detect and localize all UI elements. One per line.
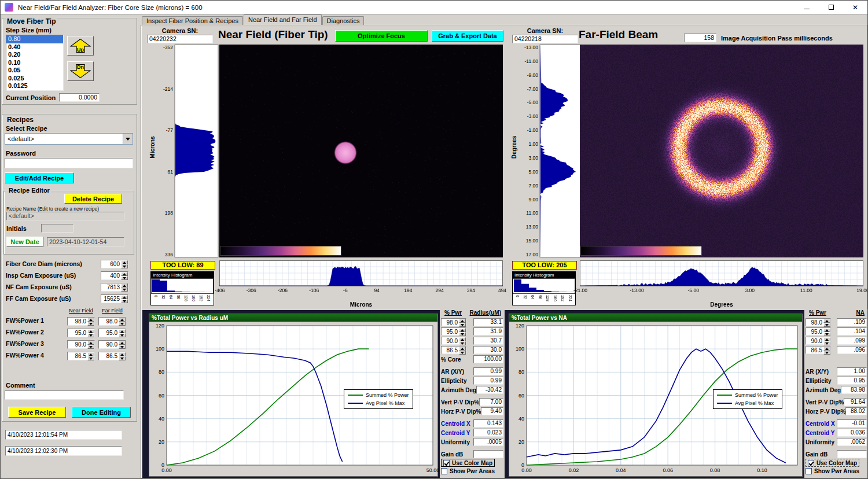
spinner-up-button[interactable] — [121, 260, 128, 264]
spinner-up-button[interactable] — [119, 352, 126, 356]
ff-gain-value — [837, 450, 867, 458]
delete-recipe-button[interactable]: Delete Recipe — [64, 194, 122, 204]
ff-cam-exposure-spinner[interactable]: 15625 — [101, 294, 128, 303]
spinner-down-button[interactable] — [87, 322, 94, 326]
nf-camera-sn-input[interactable]: 04220232 — [147, 35, 213, 43]
spinner-down-button[interactable] — [459, 351, 466, 355]
spinner-up-button[interactable] — [87, 318, 94, 322]
fiber-core-diam-label: Fiber Core Diam (microns) — [6, 260, 82, 267]
spinner-down-button[interactable] — [87, 356, 94, 360]
step-size-listbox[interactable]: 0.80 0.40 0.20 0.10 0.05 0.025 0.0125 — [6, 35, 64, 91]
fw1-far-spinner[interactable]: 98.0 — [98, 317, 126, 326]
spinner-down-button[interactable] — [119, 322, 126, 326]
nf-cam-exposure-spinner[interactable]: 7813 — [101, 283, 128, 292]
spinner-up-button[interactable] — [459, 347, 466, 351]
spinner-down-button[interactable] — [121, 264, 128, 268]
spinner-down-button[interactable] — [459, 341, 466, 345]
fw4-near-spinner[interactable]: 86.5 — [67, 352, 95, 360]
spinner-up-button[interactable] — [121, 283, 128, 288]
spinner-up-button[interactable] — [459, 337, 466, 341]
spinner-up-button[interactable] — [823, 347, 830, 351]
step-size-option[interactable]: 0.10 — [6, 59, 63, 67]
spinner-down-button[interactable] — [121, 299, 128, 303]
fw2-near-spinner[interactable]: 95.0 — [67, 329, 95, 337]
edit-add-recipe-button[interactable]: Edit/Add Recipe — [5, 172, 74, 183]
ff-pwr-4-spinner[interactable]: 86.5 — [806, 346, 831, 354]
step-size-option[interactable]: 0.0125 — [6, 82, 63, 90]
step-size-option[interactable]: 0.025 — [6, 75, 63, 83]
tab-near-far-field[interactable]: Near Field and Far Field — [244, 14, 322, 25]
grab-export-data-button[interactable]: Grab & Export Data — [432, 30, 503, 42]
recipe-dropdown[interactable]: <default> — [5, 133, 133, 145]
fiber-core-diam-spinner[interactable]: 600 — [101, 260, 128, 268]
nf-pwr-1-spinner[interactable]: 98.0 — [441, 318, 466, 326]
ff-show-pwr-areas-checkbox[interactable]: Show Pwr Areas — [806, 467, 867, 475]
spinner-down-button[interactable] — [121, 288, 128, 292]
minimize-button[interactable] — [795, 1, 819, 14]
nf-pwr-2-spinner[interactable]: 95.0 — [441, 327, 466, 336]
spinner-up-button[interactable] — [823, 328, 830, 332]
step-size-option[interactable]: 0.20 — [6, 51, 63, 59]
ff-ellipticity-value: 0.95 — [837, 377, 867, 385]
spinner-down-button[interactable] — [823, 341, 830, 345]
recipe-name-input[interactable]: <default> — [6, 212, 124, 220]
fw2-far-spinner[interactable]: 95.0 — [98, 329, 126, 337]
maximize-button[interactable] — [819, 1, 843, 14]
spinner-up-button[interactable] — [823, 319, 830, 323]
spinner-down-button[interactable] — [459, 332, 466, 336]
spinner-down-button[interactable] — [823, 323, 830, 327]
spinner-up-button[interactable] — [119, 341, 126, 345]
spinner-down-button[interactable] — [119, 333, 126, 337]
spinner-down-button[interactable] — [823, 332, 830, 336]
spinner-down-button[interactable] — [121, 276, 128, 280]
fw3-near-spinner[interactable]: 90.0 — [67, 340, 95, 349]
spinner-down-button[interactable] — [119, 345, 126, 349]
step-size-option[interactable]: 0.05 — [6, 67, 63, 75]
ff-pwr-1-spinner[interactable]: 98.0 — [806, 318, 831, 326]
spinner-up-button[interactable] — [87, 352, 94, 356]
spinner-up-button[interactable] — [459, 319, 466, 323]
move-down-button[interactable]: Dn — [67, 61, 94, 81]
nf-ar-label: AR (X/Y) — [441, 369, 464, 375]
spinner-up-button[interactable] — [87, 329, 94, 333]
nf-use-color-map-checkbox[interactable]: Use Color Map — [441, 459, 495, 467]
insp-cam-exposure-spinner[interactable]: 400 — [101, 271, 128, 280]
fw1-near-spinner[interactable]: 98.0 — [67, 317, 95, 326]
spinner-up-button[interactable] — [119, 329, 126, 333]
spinner-down-button[interactable] — [119, 356, 126, 360]
nf-pwr-4-spinner[interactable]: 86.5 — [441, 346, 466, 354]
comment-input[interactable] — [5, 390, 124, 400]
ff-camera-sn-input[interactable]: 04220218 — [512, 35, 578, 43]
spinner-up-button[interactable] — [121, 272, 128, 276]
save-recipe-button[interactable]: Save Recipe — [8, 407, 66, 418]
initials-input[interactable] — [41, 224, 73, 233]
close-button[interactable]: ✕ — [843, 1, 867, 14]
nf-pwr-3-spinner[interactable]: 90.0 — [441, 337, 466, 345]
fw3-far-spinner[interactable]: 90.0 — [98, 340, 126, 349]
spinner-down-button[interactable] — [87, 345, 94, 349]
spinner-up-button[interactable] — [119, 318, 126, 322]
ff-use-color-map-checkbox[interactable]: Use Color Map — [806, 459, 859, 467]
tab-diagnostics[interactable]: Diagnostics — [322, 16, 365, 25]
spinner-down-button[interactable] — [459, 323, 466, 327]
spinner-up-button[interactable] — [121, 295, 128, 299]
step-size-option-selected[interactable]: 0.80 — [6, 35, 63, 43]
move-up-button[interactable]: Up — [67, 36, 94, 56]
fw4-far-spinner[interactable]: 86.5 — [98, 352, 126, 360]
optimize-focus-button[interactable]: Optimize Focus — [335, 30, 428, 42]
chevron-down-icon[interactable] — [123, 134, 133, 144]
step-size-option[interactable]: 0.40 — [6, 43, 63, 51]
spinner-up-button[interactable] — [823, 337, 830, 341]
spinner-down-button[interactable] — [87, 333, 94, 337]
ff-pwr-3-spinner[interactable]: 90.0 — [806, 337, 831, 345]
svg-text:32: 32 — [161, 295, 165, 300]
new-date-button[interactable]: New Date — [6, 237, 43, 247]
spinner-up-button[interactable] — [459, 328, 466, 332]
tab-inspect-fiber[interactable]: Inspect Fiber Position & Recipes — [142, 16, 243, 25]
ff-pwr-2-spinner[interactable]: 95.0 — [806, 327, 831, 336]
spinner-up-button[interactable] — [87, 341, 94, 345]
nf-show-pwr-areas-checkbox[interactable]: Show Pwr Areas — [441, 467, 503, 475]
spinner-down-button[interactable] — [823, 351, 830, 355]
password-input[interactable] — [5, 158, 133, 168]
done-editing-button[interactable]: Done Editing — [72, 407, 131, 418]
